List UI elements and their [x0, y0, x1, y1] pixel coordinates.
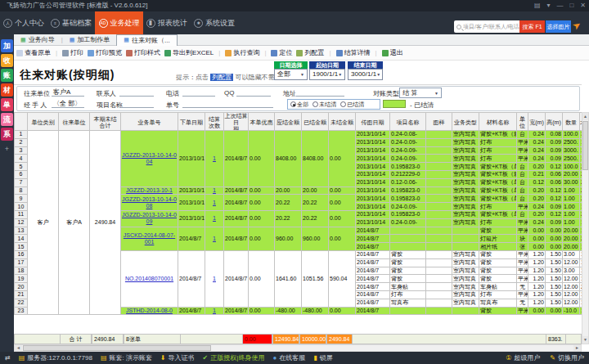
grid-cell[interactable]: 背胶+KT板（双: [479, 131, 517, 139]
settle-times-link[interactable]: 1: [213, 200, 216, 205]
grid-cell[interactable]: 0.09: [546, 203, 563, 211]
grid-cell[interactable]: 20.00: [563, 243, 580, 251]
grid-cell[interactable]: JGZZD-2013-10-14-008: [121, 195, 178, 211]
grid-cell[interactable]: [426, 243, 452, 251]
status-锁屏[interactable]: ▮锁屏: [313, 353, 332, 362]
close-button[interactable]: ✕: [580, 0, 586, 11]
order-link[interactable]: NO.201408070001: [125, 276, 173, 281]
grid-cell[interactable]: 背胶: [390, 258, 426, 267]
grid-cell[interactable]: 背胶+KT板（单: [479, 186, 517, 195]
grid-cell[interactable]: 9: [15, 195, 28, 203]
ribbon-item-报表统计[interactable]: ▊报表统计: [143, 11, 191, 34]
grid-cell[interactable]: 18: [15, 267, 28, 275]
dock-item-收[interactable]: 收: [1, 54, 13, 67]
grid-cell[interactable]: 块: [517, 235, 528, 243]
grid-cell[interactable]: 3.00: [563, 267, 580, 275]
grid-cell[interactable]: [426, 299, 452, 307]
filter-input[interactable]: 客户A: [52, 88, 84, 97]
grid-cell[interactable]: 2014/8/7: [224, 307, 249, 315]
grid-cell[interactable]: 0.195823-0: [390, 186, 426, 195]
status-服务器:127.0.0.1:7798[interactable]: ▤服务器:127.0.0.1:7798: [19, 353, 92, 362]
doc-icon[interactable]: ▤: [534, 0, 541, 11]
grid-cell[interactable]: 1.50: [546, 267, 563, 275]
grid-cell[interactable]: 6: [15, 170, 28, 178]
grid-cell[interactable]: 0.09: [546, 138, 563, 146]
grid-cell[interactable]: [426, 146, 452, 155]
toolbar-列配置[interactable]: 列配置: [296, 48, 324, 57]
grid-cell[interactable]: 0.00: [329, 210, 356, 227]
settle-times-link[interactable]: 1: [213, 155, 216, 161]
grid-cell[interactable]: 12.00: [563, 299, 580, 307]
grid-cell[interactable]: 室内写真: [452, 290, 479, 299]
grid-cell[interactable]: 2013/10/14: [178, 210, 205, 227]
grid-cell[interactable]: 12.00: [563, 275, 580, 283]
order-link[interactable]: JSCKD-2014-08-07-001: [124, 232, 175, 245]
grid-cell[interactable]: JSCKD-2014-08-07-001: [121, 227, 178, 250]
dock-item-单[interactable]: 单: [1, 98, 13, 111]
grid-cell[interactable]: 1.00: [563, 218, 580, 227]
grid-cell[interactable]: 1: [205, 250, 224, 307]
grid-cell[interactable]: [426, 155, 452, 163]
grid-cell[interactable]: 12.00: [563, 283, 580, 291]
grid-cell[interactable]: 台: [517, 163, 528, 171]
scroll-right-icon[interactable]: ►: [573, 345, 581, 351]
grid-cell[interactable]: 0.08: [546, 131, 563, 139]
grid-cell[interactable]: 室内写真: [452, 195, 479, 203]
toolbar-打印预览[interactable]: 打印预览: [88, 48, 122, 57]
grid-cell[interactable]: 590.04: [329, 250, 356, 307]
grid-cell[interactable]: 2013/10/14: [356, 210, 390, 218]
grid-cell[interactable]: 灯布: [479, 146, 517, 155]
grid-cell[interactable]: [390, 235, 426, 243]
grid-cell[interactable]: 4: [15, 155, 28, 163]
grid-cell[interactable]: 0.00: [528, 227, 546, 235]
grid-cell[interactable]: 1: [205, 307, 224, 315]
grid-cell[interactable]: [426, 210, 452, 218]
grid-cell[interactable]: 15: [15, 243, 28, 251]
settle-times-link[interactable]: 1: [213, 215, 216, 221]
grid-cell[interactable]: 0.06: [546, 178, 563, 186]
grid-cell[interactable]: 0.00: [546, 243, 563, 251]
grid-cell[interactable]: 1: [205, 186, 224, 195]
grid-cell[interactable]: 0.20: [528, 195, 546, 203]
dock-item-加[interactable]: 加: [1, 39, 13, 52]
settle-times-link[interactable]: 1: [213, 308, 216, 313]
grid-cell[interactable]: 无: [517, 299, 528, 307]
grid-cell[interactable]: 灯布: [390, 290, 426, 299]
status-账套: 演示账套[interactable]: ▤账套: 演示账套: [101, 353, 152, 362]
grid-cell[interactable]: 背胶: [479, 275, 517, 283]
ribbon-item-业务处理[interactable]: AD业务处理: [95, 11, 143, 34]
grid-cell[interactable]: 台: [517, 210, 528, 218]
grid-cell[interactable]: 0.00: [329, 195, 356, 211]
grid-cell[interactable]: 2014/8/7: [356, 250, 390, 258]
grid-cell[interactable]: 0.195823-0: [390, 163, 426, 171]
ribbon-item-基础档案[interactable]: ≡基础档案: [47, 11, 95, 34]
grid-cell[interactable]: 8408.00: [275, 131, 302, 187]
toolbar-打印样式[interactable]: 打印样式: [126, 48, 160, 57]
grid-cell[interactable]: [452, 227, 479, 235]
tab-往来对账（...[interactable]: ▦往来对账（...: [116, 34, 177, 46]
grid-cell[interactable]: 0.00: [528, 243, 546, 251]
grid-cell[interactable]: [426, 283, 452, 291]
grid-cell[interactable]: 1.00: [563, 195, 580, 203]
filter-input[interactable]: [119, 88, 154, 97]
grid-cell[interactable]: 1.50: [546, 299, 563, 307]
grid-cell[interactable]: 背胶+KT板（单: [479, 163, 517, 171]
radio-未结清[interactable]: 未结清: [312, 101, 336, 109]
grid-cell[interactable]: 2014/8/7: [224, 250, 249, 307]
grid-cell[interactable]: 2014/8/7: [356, 275, 390, 283]
grid-cell[interactable]: [426, 267, 452, 275]
grid-cell[interactable]: 12.00: [563, 258, 580, 267]
vscroll-thumb[interactable]: [582, 121, 588, 170]
grid-cell[interactable]: 0.00: [528, 235, 546, 243]
grid-cell[interactable]: [426, 250, 452, 258]
filter-input[interactable]: [182, 88, 215, 97]
grid-cell[interactable]: 1.20: [528, 258, 546, 267]
grid-cell[interactable]: 0.00: [249, 186, 275, 195]
grid-cell[interactable]: 0.24-0.09-: [390, 146, 426, 155]
grid-cell[interactable]: 2013/10/14: [356, 203, 390, 211]
grid-cell[interactable]: 灯布: [479, 218, 517, 227]
grid-cell[interactable]: 室内写真: [452, 138, 479, 146]
grid-cell[interactable]: 0.00: [249, 131, 275, 187]
grid-cell[interactable]: 室内写真: [452, 146, 479, 155]
grid-cell[interactable]: 平米: [517, 250, 528, 258]
